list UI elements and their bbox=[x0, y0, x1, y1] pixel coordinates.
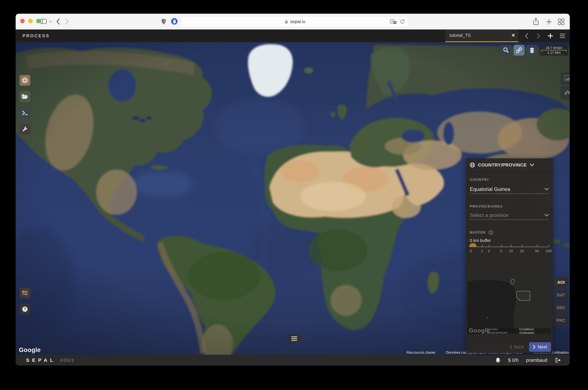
cloud-download-button[interactable] bbox=[560, 86, 570, 99]
forward-button[interactable] bbox=[64, 18, 69, 26]
country-value: Equatorial Guinea bbox=[470, 186, 510, 192]
buffer-help-icon[interactable]: ? bbox=[488, 230, 493, 235]
province-label: PROVINCE/AREA bbox=[470, 204, 503, 208]
map-canvas[interactable]: ? 18.7 km/px 1.17 Mm Google bbox=[16, 42, 570, 355]
back-label: Back bbox=[514, 344, 524, 350]
panel-header[interactable]: COUNTRY/PROVINCE bbox=[466, 158, 553, 172]
slider-handle[interactable] bbox=[469, 243, 477, 247]
preview-map-graphic bbox=[467, 270, 551, 334]
tab-tutorial-ts[interactable]: tutorial_TS ✕ bbox=[445, 30, 518, 42]
chevron-down-icon[interactable] bbox=[49, 21, 52, 23]
map-scale-indicator: 18.7 km/px 1.17 Mm bbox=[540, 45, 568, 55]
chart-button[interactable] bbox=[560, 72, 570, 85]
help-button[interactable]: ? bbox=[20, 304, 30, 315]
scale-distance: 1.17 Mm bbox=[540, 51, 568, 54]
chevron-down-icon bbox=[544, 214, 549, 217]
preview-map-data: Données cartographiques bbox=[486, 328, 519, 334]
globe-icon bbox=[469, 162, 475, 168]
aoi-outline bbox=[516, 291, 530, 300]
buffer-tick-label: 5 bbox=[500, 249, 502, 253]
add-tab-icon[interactable] bbox=[546, 32, 555, 40]
tab-dat[interactable]: DAT bbox=[554, 289, 568, 301]
google-logo: Google bbox=[19, 346, 41, 353]
svg-text:?: ? bbox=[24, 307, 26, 311]
google-watermark: Google bbox=[469, 327, 490, 334]
lock-icon bbox=[285, 19, 288, 24]
buffer-label: BUFFER bbox=[470, 230, 486, 235]
next-button[interactable]: Next bbox=[529, 342, 551, 352]
buffer-tick-label: 10 bbox=[509, 249, 513, 253]
tab-previous-icon[interactable] bbox=[522, 32, 531, 40]
notifications-bell-icon[interactable] bbox=[495, 357, 501, 363]
tasks-button[interactable] bbox=[20, 288, 30, 298]
buffer-tick-label: 20 bbox=[520, 249, 524, 253]
files-button[interactable] bbox=[20, 91, 30, 102]
username[interactable]: prambaud bbox=[526, 358, 547, 363]
browser-chrome: sepal.io bbox=[16, 14, 570, 30]
app-launcher-wrench-button[interactable] bbox=[20, 124, 30, 135]
keyboard-shortcuts-link[interactable]: Raccourcis clavier bbox=[407, 350, 436, 355]
aoi-panel: COUNTRY/PROVINCE COUNTRY Equatorial Guin… bbox=[466, 158, 553, 353]
menu-icon[interactable] bbox=[558, 32, 567, 40]
panel-title: COUNTRY/PROVINCE bbox=[478, 162, 527, 168]
province-placeholder: Select a province bbox=[470, 212, 508, 218]
close-window-button[interactable] bbox=[20, 19, 25, 23]
sidebar-toggle-icon[interactable] bbox=[40, 18, 47, 25]
reload-icon[interactable] bbox=[400, 19, 405, 24]
aoi-preview-map[interactable]: Données cartographiques Conditions d'uti… bbox=[467, 270, 551, 334]
copyright: ©2021 bbox=[60, 358, 74, 363]
process-title: PROCESS bbox=[22, 33, 50, 39]
search-button[interactable] bbox=[501, 45, 511, 55]
scale-ratio: 18.7 km/px bbox=[540, 46, 568, 50]
usage-rate[interactable]: $ 0/h bbox=[508, 358, 519, 363]
logout-icon[interactable] bbox=[555, 357, 561, 363]
country-label: COUNTRY bbox=[470, 178, 489, 182]
status-bar: SEPAL ©2021 $ 0/h prambaud bbox=[16, 355, 570, 366]
content-blocker-extension-icon[interactable] bbox=[171, 18, 178, 26]
tab-close-icon[interactable]: ✕ bbox=[511, 33, 515, 38]
chevron-left-icon bbox=[509, 345, 512, 349]
buffer-tick-label: 50 bbox=[535, 249, 539, 253]
url-text: sepal.io bbox=[290, 19, 305, 24]
buffer-value: 0 km buffer bbox=[470, 238, 491, 243]
back-button[interactable]: Back bbox=[509, 344, 524, 350]
tab-next-icon[interactable] bbox=[534, 32, 543, 40]
sepal-brand: SEPAL bbox=[26, 357, 56, 363]
country-select[interactable]: Equatorial Guinea bbox=[470, 185, 549, 194]
buffer-tick-label: 2 bbox=[488, 249, 490, 253]
traffic-lights bbox=[20, 19, 41, 23]
map-menu-pill[interactable] bbox=[286, 335, 302, 342]
province-select[interactable]: Select a province bbox=[470, 211, 549, 220]
buffer-slider[interactable]: 0 1 2 5 10 20 50 100 bbox=[470, 243, 549, 253]
tab-overview-icon[interactable] bbox=[558, 18, 565, 26]
tab-src[interactable]: SRC bbox=[554, 302, 568, 313]
chevron-down-icon bbox=[544, 188, 549, 191]
minimize-window-button[interactable] bbox=[28, 19, 33, 23]
buffer-tick-label: 1 bbox=[481, 249, 483, 253]
tab-prc[interactable]: PRC bbox=[554, 315, 568, 326]
new-tab-icon[interactable] bbox=[546, 19, 552, 26]
translate-icon[interactable] bbox=[390, 19, 397, 24]
tab-aoi[interactable]: AOI bbox=[554, 277, 568, 288]
chevron-down-icon[interactable] bbox=[530, 163, 534, 167]
privacy-shield-icon[interactable] bbox=[161, 18, 167, 26]
address-bar[interactable]: sepal.io bbox=[182, 16, 408, 27]
panel-footer: Back Next bbox=[466, 341, 553, 353]
chevron-right-icon bbox=[533, 345, 536, 349]
next-label: Next bbox=[538, 344, 547, 350]
link-button[interactable] bbox=[514, 45, 524, 55]
process-bar: PROCESS tutorial_TS ✕ bbox=[16, 30, 570, 42]
safari-window: sepal.io PROC bbox=[16, 14, 570, 366]
back-button[interactable] bbox=[56, 18, 61, 26]
share-icon[interactable] bbox=[533, 18, 539, 26]
buffer-tick-label: 100 bbox=[546, 249, 552, 253]
layers-button[interactable] bbox=[527, 45, 537, 55]
apps-globe-button[interactable] bbox=[20, 75, 30, 86]
svg-text:?: ? bbox=[490, 231, 492, 234]
terminal-button[interactable] bbox=[20, 107, 30, 118]
tab-label: tutorial_TS bbox=[450, 33, 471, 38]
preview-terms-link[interactable]: Conditions d'utilisation bbox=[519, 327, 549, 334]
buffer-tick-label: 0 bbox=[470, 249, 472, 253]
